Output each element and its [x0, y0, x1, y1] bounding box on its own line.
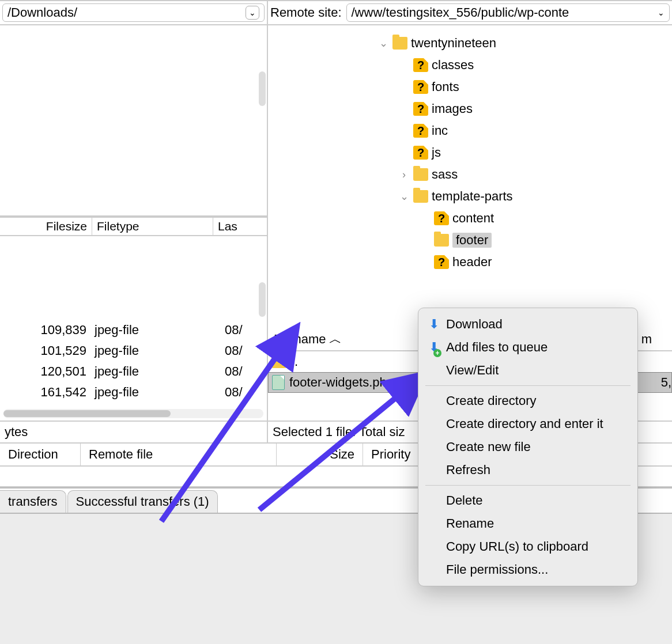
menu-download[interactable]: ⬇Download	[418, 313, 637, 336]
tree-label: classes	[432, 58, 474, 73]
tree-label: inc	[432, 123, 448, 138]
local-file-list[interactable]: 109,839jpeg-file08/ 101,529jpeg-file08/ …	[0, 236, 267, 421]
menu-file-permissions[interactable]: File permissions...	[418, 558, 637, 581]
tree-label: content	[452, 211, 494, 226]
col-filename[interactable]: Filename︿	[268, 328, 435, 350]
menu-separator	[425, 485, 631, 486]
folder-icon	[271, 355, 286, 368]
file-row[interactable]: 161,542jpeg-file08/	[0, 382, 267, 403]
tree-label: sass	[432, 167, 458, 182]
tree-label: images	[432, 101, 473, 116]
file-row[interactable]: 120,501jpeg-file08/	[0, 361, 267, 382]
unknown-folder-icon: ?	[434, 255, 449, 269]
parent-dir-label: ..	[291, 354, 298, 369]
local-site-row: /Downloads/ ⌄	[0, 1, 267, 24]
unknown-folder-icon: ?	[413, 146, 428, 160]
tree-item-header[interactable]: ?header	[268, 251, 672, 273]
col-lastmod[interactable]: Las	[213, 218, 267, 235]
file-row[interactable]: 109,839jpeg-file08/	[0, 320, 267, 340]
remote-tree[interactable]: ⌄twentynineteen?classes?fonts?images?inc…	[268, 24, 672, 328]
menu-create-directory-enter[interactable]: Create directory and enter it	[418, 412, 637, 435]
remote-site-row: Remote site: /www/testingsitex_556/publi…	[268, 1, 672, 24]
local-path-text: /Downloads/	[7, 5, 77, 20]
col-direction[interactable]: Direction	[0, 444, 81, 465]
local-tree[interactable]	[0, 24, 267, 217]
unknown-folder-icon: ?	[413, 58, 428, 72]
unknown-folder-icon: ?	[413, 80, 428, 94]
local-list-scrollbar[interactable]	[259, 282, 266, 317]
tree-item-footer[interactable]: footer	[268, 229, 672, 251]
unknown-folder-icon: ?	[434, 211, 449, 225]
tree-item-content[interactable]: ?content	[268, 207, 672, 229]
tree-item-inc[interactable]: ?inc	[268, 120, 672, 142]
col-filetype[interactable]: Filetype	[92, 218, 213, 235]
remote-site-label: Remote site:	[270, 5, 342, 20]
col-remote-file[interactable]: Remote file	[81, 444, 277, 465]
col-size[interactable]: Size	[277, 444, 363, 465]
tree-item-sass[interactable]: ›sass	[268, 164, 672, 185]
folder-icon	[434, 234, 449, 247]
menu-create-directory[interactable]: Create directory	[418, 389, 637, 412]
scrollbar-thumb[interactable]	[3, 410, 171, 417]
chevron-down-icon[interactable]: ⌄	[377, 37, 389, 50]
tree-label: fonts	[432, 79, 459, 94]
chevron-down-icon: ⌄	[249, 8, 256, 17]
tree-label: twentynineteen	[411, 36, 496, 51]
menu-copy-url[interactable]: Copy URL(s) to clipboard	[418, 535, 637, 558]
remote-path-text: /www/testingsitex_556/public/wp-conte	[352, 5, 569, 20]
local-status: ytes	[0, 421, 267, 444]
tree-item-fonts[interactable]: ?fonts	[268, 76, 672, 98]
chevron-right-icon[interactable]: ›	[398, 169, 410, 181]
menu-add-to-queue[interactable]: ⬇Add files to queue	[418, 336, 637, 359]
php-file-icon	[272, 375, 285, 390]
unknown-folder-icon: ?	[413, 102, 428, 116]
tab-successful-transfers[interactable]: Successful transfers (1)	[67, 490, 218, 513]
folder-icon	[413, 190, 428, 203]
tree-item-twentynineteen[interactable]: ⌄twentynineteen	[268, 32, 672, 54]
tree-label: footer	[452, 233, 492, 248]
folder-icon	[392, 37, 407, 50]
menu-refresh[interactable]: Refresh	[418, 459, 637, 482]
tab-failed-transfers[interactable]: transfers	[0, 490, 66, 513]
local-path-input[interactable]: /Downloads/ ⌄	[2, 3, 265, 22]
menu-separator	[425, 385, 631, 386]
tree-item-js[interactable]: ?js	[268, 142, 672, 164]
file-size: 5,	[656, 375, 671, 390]
download-icon: ⬇	[429, 317, 439, 332]
folder-icon	[413, 168, 428, 181]
context-menu: ⬇Download ⬇Add files to queue View/Edit …	[418, 308, 638, 586]
tree-item-template-parts[interactable]: ⌄template-parts	[268, 185, 672, 207]
remote-path-input[interactable]: /www/testingsitex_556/public/wp-conte ⌄	[346, 3, 670, 22]
chevron-down-icon[interactable]: ⌄	[398, 190, 410, 203]
sort-asc-icon: ︿	[329, 331, 342, 348]
menu-create-file[interactable]: Create new file	[418, 435, 637, 459]
tree-label: header	[452, 255, 492, 270]
chevron-down-icon: ⌄	[658, 8, 665, 17]
col-filesize[interactable]: Filesize	[0, 218, 92, 235]
local-path-dropdown[interactable]: ⌄	[246, 6, 259, 20]
tree-label: template-parts	[432, 189, 513, 204]
download-plus-icon: ⬇	[429, 340, 439, 355]
tree-item-images[interactable]: ?images	[268, 98, 672, 120]
menu-delete[interactable]: Delete	[418, 489, 637, 512]
local-tree-scrollbar[interactable]	[259, 71, 266, 106]
local-list-header: Filesize Filetype Las	[0, 217, 267, 236]
local-list-hscroll[interactable]	[3, 409, 263, 418]
menu-rename[interactable]: Rename	[418, 512, 637, 535]
menu-view-edit[interactable]: View/Edit	[418, 359, 637, 382]
tree-label: js	[432, 145, 441, 160]
local-pane: /Downloads/ ⌄ Filesize Filetype Las 109,…	[0, 1, 268, 444]
tree-item-classes[interactable]: ?classes	[268, 54, 672, 76]
unknown-folder-icon: ?	[413, 124, 428, 138]
file-row[interactable]: 101,529jpeg-file08/	[0, 340, 267, 361]
